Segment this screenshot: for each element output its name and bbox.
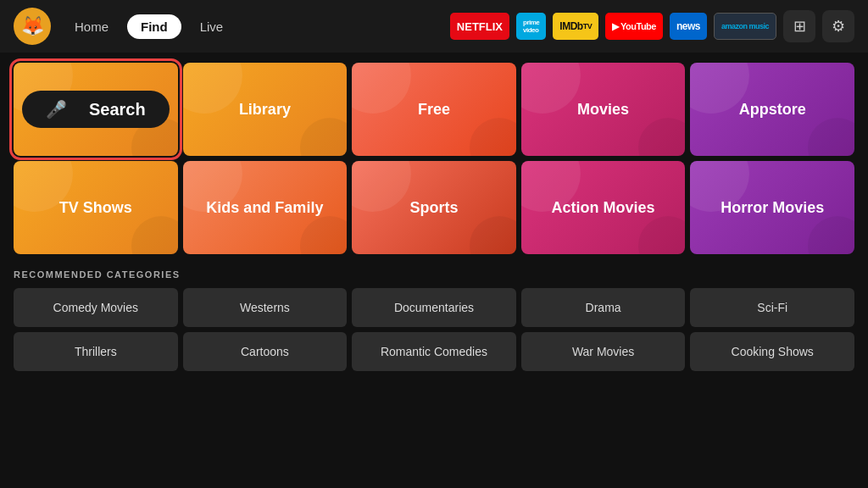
microphone-icon: 🎤 (39, 99, 74, 119)
appstore-label: Appstore (732, 101, 813, 119)
nav-home[interactable]: Home (61, 14, 122, 39)
kids-button[interactable]: Kids and Family (183, 161, 348, 254)
sports-label: Sports (403, 199, 465, 217)
netflix-icon[interactable]: NETFLIX (450, 13, 509, 40)
action-label: Action Movies (545, 199, 662, 217)
amazon-music-icon[interactable]: amazon music (714, 13, 776, 40)
sports-button[interactable]: Sports (352, 161, 516, 254)
nav-links: Home Find Live (61, 14, 236, 39)
tvshows-button[interactable]: TV Shows (14, 161, 178, 254)
rec-documentaries[interactable]: Documentaries (352, 288, 516, 327)
search-button[interactable]: 🎤 Search (14, 63, 178, 156)
tvshows-label: TV Shows (53, 199, 139, 217)
add-apps-button[interactable]: ⊞ (783, 10, 815, 42)
rec-thrillers[interactable]: Thrillers (14, 332, 178, 371)
rec-cooking-shows[interactable]: Cooking Shows (690, 332, 854, 371)
action-movies-button[interactable]: Action Movies (521, 161, 686, 254)
main-content: 🎤 Search Library Free Movies Appstore (0, 53, 868, 378)
movies-button[interactable]: Movies (521, 63, 686, 156)
rec-romantic-comedies[interactable]: Romantic Comedies (352, 332, 516, 371)
rec-comedy-movies[interactable]: Comedy Movies (14, 288, 178, 327)
imdb-icon[interactable]: IMDb TV (553, 13, 598, 40)
rec-drama[interactable]: Drama (521, 288, 686, 327)
search-pill: 🎤 Search (22, 91, 170, 128)
prime-video-icon[interactable]: primevideo (516, 13, 546, 40)
horror-movies-button[interactable]: Horror Movies (690, 161, 854, 254)
horror-label: Horror Movies (714, 199, 831, 217)
rec-war-movies[interactable]: War Movies (521, 332, 686, 371)
movies-label: Movies (570, 101, 636, 119)
rec-westerns[interactable]: Westerns (183, 288, 348, 327)
youtube-icon[interactable]: ▶ YouTube (605, 13, 663, 40)
category-grid: 🎤 Search Library Free Movies Appstore (14, 63, 854, 254)
appstore-button[interactable]: Appstore (690, 63, 854, 156)
recommended-label: RECOMMENDED CATEGORIES (14, 269, 854, 280)
free-button[interactable]: Free (352, 63, 516, 156)
top-nav: 🦊 Home Find Live NETFLIX primevideo IMDb… (0, 0, 868, 53)
rec-scifi[interactable]: Sci-Fi (690, 288, 854, 327)
recommended-grid: Comedy Movies Westerns Documentaries Dra… (14, 288, 854, 371)
kids-label: Kids and Family (199, 199, 330, 217)
nav-live[interactable]: Live (186, 14, 237, 39)
rec-cartoons[interactable]: Cartoons (183, 332, 348, 371)
free-label: Free (411, 101, 457, 119)
library-label: Library (232, 101, 298, 119)
news-icon[interactable]: news (670, 13, 707, 40)
service-icons: NETFLIX primevideo IMDb TV ▶ YouTube new… (450, 10, 854, 42)
settings-icon[interactable]: ⚙ (822, 10, 854, 42)
library-button[interactable]: Library (183, 63, 348, 156)
search-label: Search (82, 100, 153, 119)
nav-find[interactable]: Find (127, 14, 181, 39)
app-logo[interactable]: 🦊 (14, 8, 51, 45)
